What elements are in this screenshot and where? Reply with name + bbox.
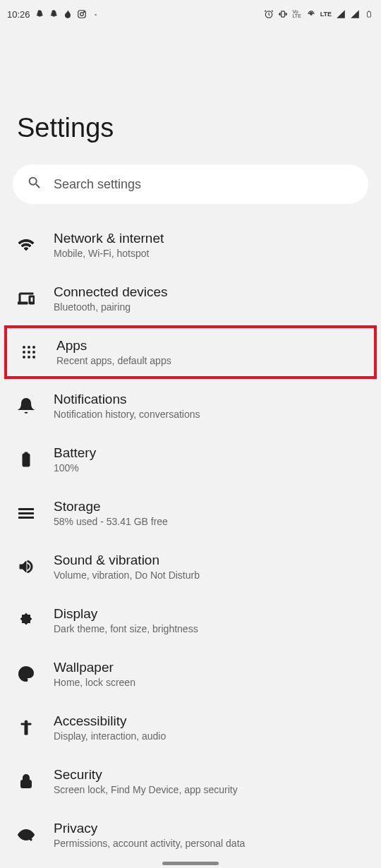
page-title: Settings (0, 28, 381, 164)
battery-full-icon (17, 450, 35, 469)
item-subtitle: Mobile, Wi-Fi, hotspot (54, 248, 164, 259)
item-subtitle: Volume, vibration, Do Not Disturb (54, 569, 200, 581)
item-subtitle: Display, interaction, audio (54, 730, 166, 742)
svg-point-5 (310, 13, 311, 15)
battery-icon (364, 9, 374, 19)
item-subtitle: Home, lock screen (54, 677, 135, 688)
status-time: 10:26 (7, 9, 30, 20)
volte-icon: VoLTE (292, 9, 302, 19)
brightness-icon (17, 611, 35, 629)
item-title: Battery (54, 445, 96, 461)
setting-item-display[interactable]: Display Dark theme, font size, brightnes… (0, 593, 381, 647)
item-title: Accessibility (54, 713, 166, 729)
signal-icon-1 (336, 9, 346, 19)
item-title: Connected devices (54, 284, 168, 300)
item-title: Display (54, 606, 198, 622)
status-bar: 10:26 • VoLTE LTE (0, 0, 381, 28)
setting-item-sound[interactable]: Sound & vibration Volume, vibration, Do … (0, 540, 381, 593)
item-title: Sound & vibration (54, 553, 200, 568)
volume-icon (17, 557, 35, 576)
item-title: Privacy (54, 821, 245, 836)
setting-item-accessibility[interactable]: Accessibility Display, interaction, audi… (0, 701, 381, 754)
setting-item-apps[interactable]: Apps Recent apps, default apps (4, 325, 377, 379)
snapchat-icon (35, 9, 44, 19)
signal-icon-2 (350, 9, 360, 19)
setting-item-battery[interactable]: Battery 100% (0, 433, 381, 486)
item-subtitle: Recent apps, default apps (56, 355, 171, 366)
item-subtitle: Permissions, account activity, personal … (54, 838, 245, 849)
status-left: 10:26 • (7, 9, 101, 20)
setting-item-wallpaper[interactable]: Wallpaper Home, lock screen (0, 647, 381, 701)
tinder-icon (63, 9, 73, 19)
item-subtitle: Notification history, conversations (54, 409, 200, 420)
settings-list: Network & internet Mobile, Wi-Fi, hotspo… (0, 218, 381, 862)
palette-icon (17, 665, 35, 683)
storage-icon (17, 504, 35, 522)
status-right: VoLTE LTE (264, 9, 374, 19)
svg-point-11 (29, 673, 31, 675)
svg-point-14 (25, 783, 28, 785)
item-title: Security (54, 767, 238, 783)
bell-icon (17, 397, 35, 415)
lte-label: LTE (320, 11, 332, 18)
svg-point-2 (83, 11, 84, 12)
hotspot-icon (306, 9, 316, 19)
vibrate-icon (278, 9, 288, 19)
dot-icon: • (91, 9, 101, 19)
item-title: Notifications (54, 392, 200, 407)
item-title: Network & internet (54, 231, 164, 246)
search-placeholder: Search settings (54, 177, 141, 192)
setting-item-privacy[interactable]: Privacy Permissions, account activity, p… (0, 808, 381, 862)
svg-point-7 (24, 618, 28, 622)
item-subtitle: Dark theme, font size, brightness (54, 623, 198, 634)
lock-icon (17, 772, 35, 790)
devices-icon (17, 289, 35, 308)
search-icon (27, 175, 42, 193)
svg-rect-4 (281, 11, 284, 17)
alarm-icon (264, 9, 274, 19)
setting-item-network[interactable]: Network & internet Mobile, Wi-Fi, hotspo… (0, 218, 381, 272)
svg-point-8 (21, 673, 23, 675)
setting-item-notifications[interactable]: Notifications Notification history, conv… (0, 379, 381, 433)
setting-item-connected-devices[interactable]: Connected devices Bluetooth, pairing (0, 272, 381, 325)
privacy-icon (17, 826, 35, 844)
snapchat-icon-2 (49, 9, 59, 19)
svg-point-1 (80, 13, 83, 16)
navigation-handle[interactable] (162, 862, 219, 865)
instagram-icon (77, 9, 87, 19)
item-subtitle: Bluetooth, pairing (54, 301, 168, 313)
svg-point-10 (27, 670, 29, 672)
item-subtitle: 58% used - 53.41 GB free (54, 516, 168, 527)
item-subtitle: Screen lock, Find My Device, app securit… (54, 784, 238, 795)
item-subtitle: 100% (54, 462, 96, 474)
accessibility-icon (17, 718, 35, 737)
svg-point-9 (23, 670, 25, 672)
svg-point-12 (25, 721, 28, 723)
item-title: Wallpaper (54, 660, 135, 675)
svg-rect-6 (368, 12, 371, 18)
setting-item-storage[interactable]: Storage 58% used - 53.41 GB free (0, 486, 381, 540)
search-bar[interactable]: Search settings (13, 164, 368, 204)
apps-icon (20, 343, 38, 361)
item-title: Apps (56, 338, 171, 354)
setting-item-security[interactable]: Security Screen lock, Find My Device, ap… (0, 754, 381, 808)
item-title: Storage (54, 499, 168, 514)
wifi-icon (17, 236, 35, 254)
svg-point-15 (24, 833, 28, 837)
